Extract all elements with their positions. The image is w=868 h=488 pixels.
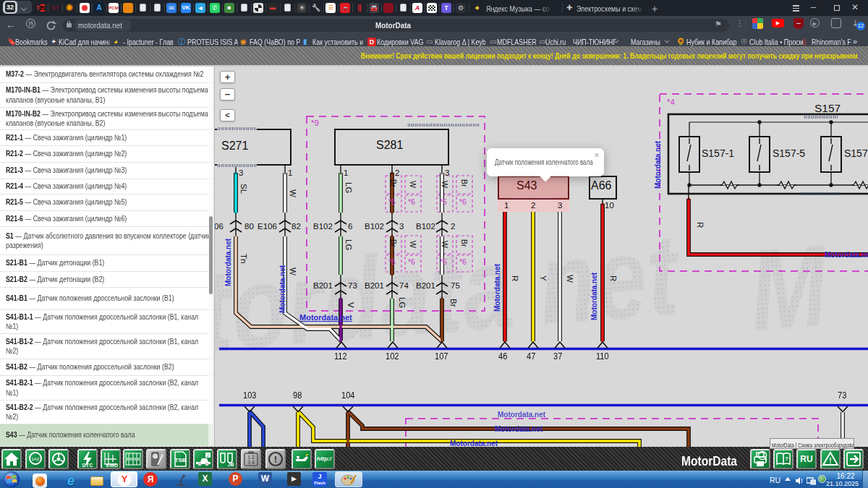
svg-text:!: ! (274, 454, 277, 465)
svg-text:JB: JB (228, 462, 234, 467)
svg-text:1 2: 1 2 (247, 455, 255, 460)
svg-text:EWD: EWD (106, 463, 118, 468)
svg-text:DTC: DTC (82, 463, 93, 468)
svg-text:3 4: 3 4 (247, 460, 255, 465)
svg-text:!: ! (829, 457, 831, 465)
svg-text:TSB: TSB (175, 457, 187, 463)
svg-text:1AZ: 1AZ (31, 457, 39, 461)
svg-text:?: ? (785, 455, 788, 462)
